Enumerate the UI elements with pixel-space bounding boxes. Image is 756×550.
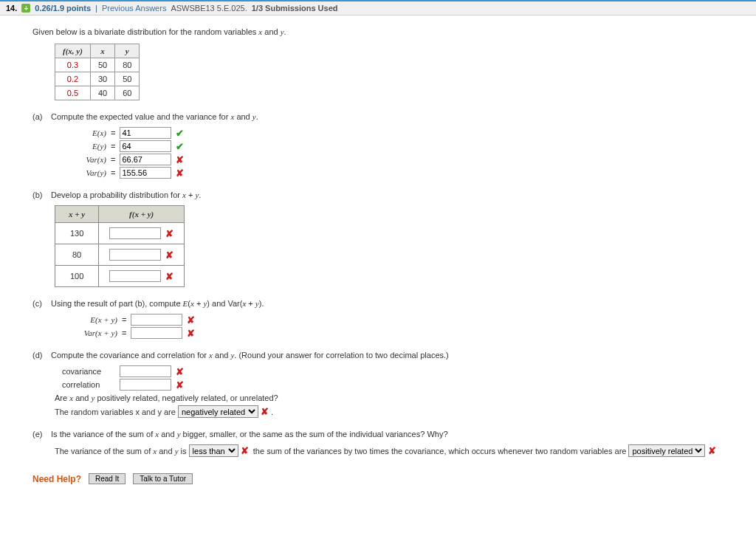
cross-icon: ✘	[176, 379, 184, 391]
answer-row-exy: E(x + y)= ✘	[62, 314, 734, 326]
read-it-button[interactable]: Read It	[89, 473, 126, 484]
part-d-label: (d)	[32, 351, 49, 360]
previous-answers-link[interactable]: Previous Answers	[102, 4, 166, 13]
part-a: (a) Compute the expected value and the v…	[32, 112, 734, 121]
question-body: Given below is a bivariate distribution …	[0, 16, 756, 492]
help-bar: Need Help? Read It Talk to a Tutor	[32, 473, 734, 484]
bivariate-table: f(x, y) x y 0.35080 0.23050 0.54060	[55, 44, 140, 100]
cross-icon: ✘	[165, 271, 173, 282]
part-c: (c) Using the result of part (b), comput…	[32, 299, 734, 308]
question-header: 14. + 0.26/1.9 points | Previous Answers…	[0, 0, 756, 16]
cross-icon: ✘	[187, 328, 195, 339]
table-row: 0.35080	[55, 58, 140, 72]
table-row: 0.54060	[55, 86, 140, 100]
cross-icon: ✘	[708, 445, 716, 456]
part-c-answers: E(x + y)= ✘ Var(x + y)= ✘	[62, 314, 734, 339]
varx-input[interactable]	[120, 154, 171, 165]
cross-icon: ✘	[176, 154, 184, 165]
cross-icon: ✘	[165, 250, 173, 261]
cross-icon: ✘	[176, 366, 184, 377]
part-c-label: (c)	[32, 299, 49, 308]
answer-row-varxy: Var(x + y)= ✘	[62, 327, 734, 339]
dist-header-fxy: f(x + y)	[99, 206, 185, 223]
answer-row-ey: E(y)= ✔	[62, 140, 734, 152]
question-number: 14.	[6, 4, 17, 13]
part-d-answers: covariance ✘ correlation ✘	[62, 365, 734, 391]
cross-icon: ✘	[187, 314, 195, 326]
submissions-used: 1/3 Submissions Used	[252, 4, 338, 13]
exy-input[interactable]	[131, 314, 182, 326]
ey-input[interactable]	[120, 140, 171, 152]
part-d: (d) Compute the covariance and correlati…	[32, 351, 734, 360]
part-d-q2: Are x and y positively related, negative…	[55, 393, 734, 402]
part-a-label: (a)	[32, 112, 49, 121]
part-b: (b) Develop a probability distribution f…	[32, 190, 734, 199]
cross-icon: ✘	[176, 168, 184, 179]
vary-input[interactable]	[120, 167, 171, 179]
separator: |	[95, 4, 97, 13]
check-icon: ✔	[176, 128, 184, 139]
answer-row-vary: Var(y)= ✘	[62, 167, 734, 179]
answer-row-ex: E(x)= ✔	[62, 127, 734, 139]
part-a-answers: E(x)= ✔ E(y)= ✔ Var(x)= ✘ Var(y)= ✘	[62, 127, 734, 179]
covariance-input[interactable]	[120, 365, 171, 377]
answer-row-cov: covariance ✘	[62, 365, 734, 377]
fxy-input-80[interactable]	[109, 249, 161, 261]
bivar-header-fxy: f(x, y)	[55, 44, 91, 58]
points: 0.26/1.9 points	[35, 4, 91, 13]
cross-icon: ✘	[241, 445, 249, 456]
part-e-label: (e)	[32, 430, 49, 439]
answer-row-varx: Var(x)= ✘	[62, 154, 734, 165]
distribution-table: x + y f(x + y) 130 ✘ 80 ✘ 100 ✘	[55, 205, 185, 287]
table-row: 0.23050	[55, 72, 140, 86]
table-row: 80 ✘	[55, 244, 185, 266]
part-d-ans2: The random variables x and y are negativ…	[55, 405, 734, 418]
part-b-label: (b)	[32, 190, 49, 199]
relation2-select[interactable]: positively related	[628, 444, 705, 457]
expand-icon[interactable]: +	[21, 4, 30, 13]
dist-header-xy: x + y	[55, 206, 99, 223]
check-icon: ✔	[176, 141, 184, 152]
bivar-header-y: y	[115, 44, 140, 58]
part-e: (e) Is the variance of the sum of x and …	[32, 430, 734, 439]
ex-input[interactable]	[120, 127, 171, 139]
need-help-label: Need Help?	[32, 474, 81, 484]
fxy-input-130[interactable]	[109, 227, 161, 239]
compare-select[interactable]: less than	[189, 444, 238, 457]
question-ref: ASWSBE13 5.E.025.	[171, 4, 247, 13]
table-row: 100 ✘	[55, 266, 185, 287]
varxy-input[interactable]	[131, 327, 182, 339]
bivar-header-x: x	[90, 44, 114, 58]
cross-icon: ✘	[165, 228, 173, 239]
part-e-answer: The variance of the sum of x and y is le…	[55, 444, 734, 457]
table-row: 130 ✘	[55, 223, 185, 244]
answer-row-corr: correlation ✘	[62, 379, 734, 391]
correlation-input[interactable]	[120, 379, 171, 391]
intro-text: Given below is a bivariate distribution …	[32, 27, 734, 36]
relation-select[interactable]: negatively related	[178, 405, 258, 418]
talk-to-tutor-button[interactable]: Talk to a Tutor	[133, 473, 193, 484]
fxy-input-100[interactable]	[109, 270, 161, 282]
cross-icon: ✘	[261, 406, 269, 417]
